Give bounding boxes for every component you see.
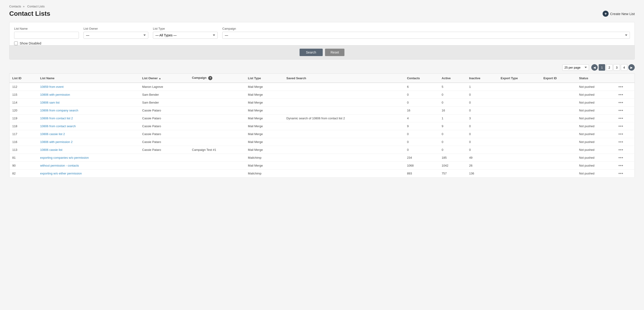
table-row: 11210859 from eventManon LagreveMail Mer… bbox=[10, 83, 635, 91]
action-dot-icon bbox=[622, 133, 623, 135]
breadcrumb-parent[interactable]: Contacts bbox=[9, 5, 21, 8]
cell-status: Not pushed bbox=[576, 114, 616, 122]
action-dot-icon bbox=[618, 149, 620, 150]
table-row: 11510806 with permissionSam BenderMail M… bbox=[10, 91, 635, 99]
per-page-select[interactable]: 25 per page 10 per page 50 per page 100 … bbox=[562, 64, 589, 71]
row-actions-menu[interactable] bbox=[618, 125, 632, 127]
row-actions-menu[interactable] bbox=[618, 133, 632, 135]
cell-inactive: 0 bbox=[466, 130, 498, 138]
search-button[interactable]: Search bbox=[300, 49, 323, 56]
list-name-link[interactable]: 10806 cassie list 2 bbox=[40, 132, 65, 136]
show-disabled-checkbox[interactable] bbox=[14, 42, 18, 45]
cell-list-name: exporting companies w/o permission bbox=[37, 154, 139, 162]
cell-list-owner: Cassie Pataro bbox=[140, 122, 189, 130]
row-actions-menu[interactable] bbox=[618, 157, 632, 158]
row-actions-menu[interactable] bbox=[618, 102, 632, 103]
list-name-link[interactable]: 10806 from company search bbox=[40, 109, 78, 112]
action-dot-icon bbox=[618, 173, 620, 174]
cell-list-name: 10859 from event bbox=[37, 83, 139, 91]
cell-list-type: Mail Merge bbox=[245, 107, 284, 114]
list-owner-group: List Owner — bbox=[84, 27, 148, 39]
cell-saved-search bbox=[284, 130, 404, 138]
row-actions-menu[interactable] bbox=[618, 110, 632, 111]
cell-campaign bbox=[189, 138, 245, 146]
show-disabled-row: Show Disabled bbox=[14, 42, 630, 45]
page-2-button[interactable]: 2 bbox=[606, 64, 612, 71]
action-dot-icon bbox=[620, 94, 621, 95]
prev-page-button[interactable]: ◀ bbox=[591, 64, 598, 71]
list-name-link[interactable]: 10806 cassie list bbox=[40, 148, 62, 151]
next-page-button[interactable]: ▶ bbox=[628, 64, 635, 71]
cell-actions bbox=[616, 91, 635, 99]
create-new-list-button[interactable]: + Create New List bbox=[602, 11, 635, 17]
create-new-list-label: Create New List bbox=[610, 12, 635, 16]
list-name-link[interactable]: exporting w/o either permission bbox=[40, 172, 82, 175]
list-name-link[interactable]: exporting companies w/o permission bbox=[40, 156, 88, 160]
action-dot-icon bbox=[622, 157, 623, 158]
cell-list-type: Mail Merge bbox=[245, 146, 284, 154]
cell-list-name: 10806 with permission bbox=[37, 91, 139, 99]
cell-inactive: 0 bbox=[466, 146, 498, 154]
cell-active: 0 bbox=[439, 146, 466, 154]
cell-export-type bbox=[498, 130, 540, 138]
col-actions bbox=[616, 74, 635, 83]
row-actions-menu[interactable] bbox=[618, 173, 632, 174]
list-type-group: List Type — All Types — bbox=[153, 27, 218, 39]
row-actions-menu[interactable] bbox=[618, 86, 632, 87]
col-export-type: Export Type bbox=[498, 74, 540, 83]
list-name-link[interactable]: 10859 from event bbox=[40, 85, 64, 88]
table-header-row: List ID List Name List Owner▲ Campaign ?… bbox=[10, 74, 635, 83]
cell-list-owner: Cassie Pataro bbox=[140, 138, 189, 146]
plus-icon: + bbox=[602, 11, 608, 17]
reset-button[interactable]: Reset bbox=[325, 49, 345, 56]
action-dot-icon bbox=[620, 118, 621, 119]
action-dot-icon bbox=[618, 102, 620, 103]
page-1-button[interactable]: 1 bbox=[599, 64, 605, 71]
page-4-button[interactable]: 4 bbox=[621, 64, 627, 71]
row-actions-menu[interactable] bbox=[618, 94, 632, 95]
filter-row: List Name List Owner — List Type — All T… bbox=[14, 27, 630, 39]
action-dot-icon bbox=[622, 110, 623, 111]
cell-list-name: 10806 from company search bbox=[37, 107, 139, 114]
cell-list-type: Mail Merge bbox=[245, 130, 284, 138]
list-name-link[interactable]: 10806 from contact list 2 bbox=[40, 116, 73, 120]
col-list-owner[interactable]: List Owner▲ bbox=[140, 74, 189, 83]
cell-export-id bbox=[540, 99, 576, 107]
cell-contacts: 0 bbox=[404, 138, 439, 146]
list-type-select[interactable]: — All Types — bbox=[153, 32, 218, 39]
list-name-link[interactable]: 10806 from contact search bbox=[40, 124, 76, 128]
page-3-button[interactable]: 3 bbox=[614, 64, 620, 71]
cell-campaign bbox=[189, 154, 245, 162]
row-actions-menu[interactable] bbox=[618, 118, 632, 119]
row-actions-menu[interactable] bbox=[618, 149, 632, 150]
cell-list-type: Mail Merge bbox=[245, 138, 284, 146]
cell-list-owner: Cassie Pataro bbox=[140, 130, 189, 138]
list-owner-select[interactable]: — bbox=[84, 32, 148, 39]
list-name-link[interactable]: without permission - contacts bbox=[40, 164, 79, 167]
list-name-link[interactable]: 10806 sam list bbox=[40, 101, 60, 104]
cell-saved-search bbox=[284, 170, 404, 178]
cell-list-type: Mail Merge bbox=[245, 114, 284, 122]
cell-list-owner: Cassie Pataro bbox=[140, 114, 189, 122]
cell-export-id bbox=[540, 130, 576, 138]
row-actions-menu[interactable] bbox=[618, 165, 632, 166]
cell-export-id bbox=[540, 162, 576, 170]
action-dot-icon bbox=[620, 133, 621, 135]
cell-inactive: 26 bbox=[466, 162, 498, 170]
cell-inactive: 3 bbox=[466, 114, 498, 122]
show-disabled-label[interactable]: Show Disabled bbox=[20, 42, 41, 45]
cell-list-name: 10806 cassie list bbox=[37, 146, 139, 154]
campaign-select[interactable]: — bbox=[222, 32, 630, 39]
campaign-help-icon[interactable]: ? bbox=[208, 76, 212, 80]
breadcrumb-separator: » bbox=[23, 5, 24, 8]
row-actions-menu[interactable] bbox=[618, 141, 632, 142]
col-campaign: Campaign ? bbox=[189, 74, 245, 83]
list-owner-label: List Owner bbox=[84, 27, 148, 30]
cell-export-type bbox=[498, 107, 540, 114]
action-dot-icon bbox=[618, 165, 620, 166]
list-name-link[interactable]: 10806 with permission bbox=[40, 93, 70, 96]
list-name-link[interactable]: 10806 with permission 2 bbox=[40, 140, 72, 144]
list-name-input[interactable] bbox=[14, 32, 79, 39]
cell-list-type: Mailchimp bbox=[245, 170, 284, 178]
cell-list-id: 118 bbox=[10, 122, 38, 130]
